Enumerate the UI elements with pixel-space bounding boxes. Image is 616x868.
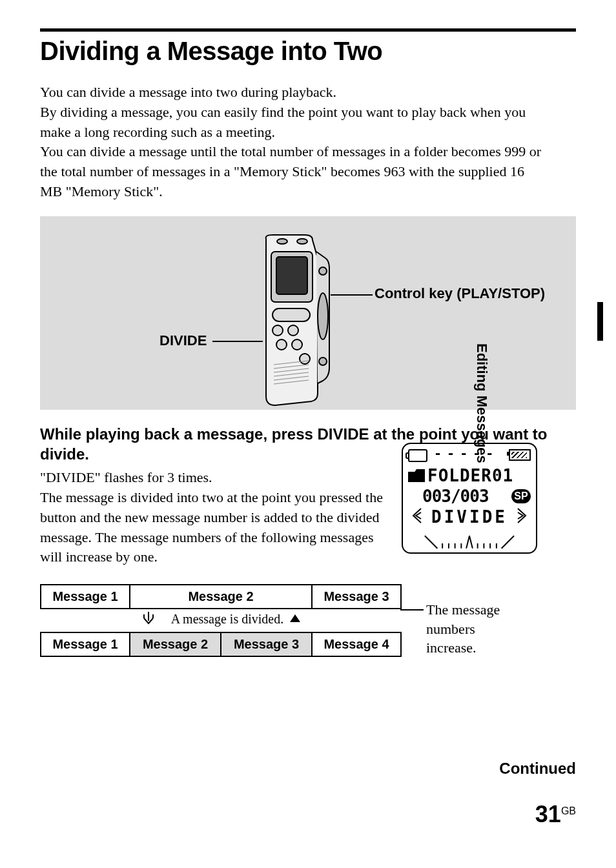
manual-page: Dividing a Message into Two You can divi… xyxy=(0,0,616,868)
arrow-up-icon xyxy=(290,614,300,622)
recorder-device-icon xyxy=(247,232,337,407)
svg-point-5 xyxy=(272,325,283,336)
table-cell: Message 4 xyxy=(312,632,401,656)
folder-icon xyxy=(408,469,425,482)
side-note: The message numbers increase. xyxy=(426,600,517,658)
record-icon xyxy=(408,449,427,462)
svg-point-18 xyxy=(319,358,327,365)
lcd-ticks-icon xyxy=(422,534,517,550)
control-key-label: Control key (PLAY/STOP) xyxy=(375,285,545,302)
after-row: Message 1 Message 2 Message 3 Message 4 xyxy=(41,632,401,656)
svg-point-16 xyxy=(319,267,327,275)
before-table: Message 1 Message 2 Message 3 A message … xyxy=(40,584,402,657)
message-split-diagram: Message 1 Message 2 Message 3 A message … xyxy=(40,584,402,657)
device-diagram: DIVIDE Control key (PLAY/STOP) xyxy=(40,216,576,410)
svg-rect-4 xyxy=(272,308,310,321)
page-number-suffix: GB xyxy=(561,805,576,816)
svg-point-7 xyxy=(276,339,287,350)
side-tab-label: Editing Messages xyxy=(473,343,490,485)
arrow-down-icon xyxy=(141,612,156,629)
intro-paragraph: You can divide a message into two during… xyxy=(40,83,544,202)
page-number-value: 31 xyxy=(535,801,561,827)
svg-point-9 xyxy=(300,354,310,364)
section-side-tab: Editing Messages xyxy=(577,302,603,450)
table-cell: Message 1 xyxy=(41,585,130,609)
svg-point-8 xyxy=(292,339,302,350)
table-cell: Message 2 xyxy=(130,585,312,609)
sp-badge: SP xyxy=(511,489,531,503)
svg-point-17 xyxy=(318,293,328,339)
svg-rect-3 xyxy=(276,257,307,294)
lcd-screen-illustration: - - - - - FOLDER01 003/003 SP DIVIDE xyxy=(402,443,537,554)
divide-label: DIVIDE xyxy=(159,332,207,349)
top-rule xyxy=(40,28,576,32)
lcd-count: 003/003 xyxy=(422,487,489,506)
svg-point-6 xyxy=(288,325,298,336)
page-number: 31GB xyxy=(535,801,576,828)
table-cell: Message 2 xyxy=(130,632,221,656)
divide-caption: A message is divided. xyxy=(130,609,312,632)
table-cell: Message 1 xyxy=(41,632,130,656)
battery-icon xyxy=(509,449,531,461)
table-cell: Message 3 xyxy=(312,585,401,609)
flash-indicator-right-icon xyxy=(517,507,527,527)
step-body: "DIVIDE" flashes for 3 times. The messag… xyxy=(40,468,389,567)
lcd-folder-text: FOLDER01 xyxy=(427,466,513,485)
side-tab-marker xyxy=(597,302,603,341)
continued-label: Continued xyxy=(499,760,576,778)
page-title: Dividing a Message into Two xyxy=(40,37,576,66)
side-note-leader xyxy=(400,609,424,611)
svg-point-1 xyxy=(297,239,307,244)
svg-point-0 xyxy=(277,239,287,244)
table-cell: Message 3 xyxy=(221,632,312,656)
